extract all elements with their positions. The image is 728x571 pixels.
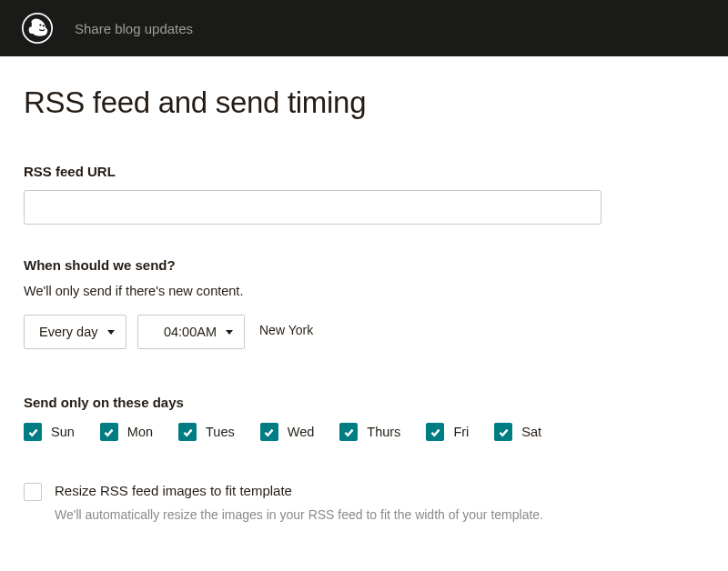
day-item: Sat bbox=[494, 423, 541, 441]
days-row: SunMonTuesWedThursFriSat bbox=[24, 423, 704, 441]
day-item: Wed bbox=[260, 423, 315, 441]
svg-point-1 bbox=[39, 24, 41, 25]
resize-section: Resize RSS feed images to fit template W… bbox=[24, 483, 704, 522]
time-value: 04:00AM bbox=[164, 325, 217, 339]
day-checkbox[interactable] bbox=[24, 423, 42, 441]
day-checkbox[interactable] bbox=[178, 423, 197, 441]
rss-url-label: RSS feed URL bbox=[24, 164, 704, 179]
chevron-down-icon bbox=[226, 330, 233, 335]
schedule-helper: We'll only send if there's new content. bbox=[24, 284, 704, 298]
day-label: Tues bbox=[206, 425, 235, 439]
main-content: RSS feed and send timing RSS feed URL Wh… bbox=[0, 56, 728, 522]
resize-checkbox[interactable] bbox=[24, 483, 42, 501]
time-select[interactable]: 04:00AM bbox=[137, 315, 245, 349]
day-item: Mon bbox=[100, 423, 153, 441]
chevron-down-icon bbox=[107, 330, 115, 335]
schedule-section: When should we send? We'll only send if … bbox=[24, 257, 704, 349]
day-label: Sun bbox=[51, 425, 75, 439]
page-title: RSS feed and send timing bbox=[24, 85, 704, 120]
resize-label: Resize RSS feed images to fit template bbox=[55, 483, 543, 498]
topbar: Share blog updates bbox=[0, 0, 728, 56]
resize-helper: We'll automatically resize the images in… bbox=[55, 507, 543, 522]
day-checkbox[interactable] bbox=[260, 423, 278, 441]
frequency-value: Every day bbox=[39, 325, 97, 339]
day-checkbox[interactable] bbox=[100, 423, 118, 441]
day-checkbox[interactable] bbox=[339, 423, 358, 441]
resize-text: Resize RSS feed images to fit template W… bbox=[55, 483, 543, 522]
day-label: Fri bbox=[453, 425, 469, 439]
schedule-controls: Every day 04:00AM New York bbox=[24, 315, 704, 349]
schedule-label: When should we send? bbox=[24, 257, 704, 273]
day-item: Tues bbox=[178, 423, 235, 441]
day-label: Sat bbox=[521, 425, 541, 439]
topbar-title: Share blog updates bbox=[75, 21, 193, 36]
day-label: Wed bbox=[288, 425, 315, 439]
frequency-select[interactable]: Every day bbox=[24, 315, 126, 349]
day-label: Mon bbox=[127, 425, 153, 439]
day-item: Fri bbox=[426, 423, 469, 441]
mailchimp-logo-icon bbox=[22, 13, 53, 44]
svg-point-2 bbox=[43, 25, 45, 26]
day-item: Thurs bbox=[339, 423, 400, 441]
days-label: Send only on these days bbox=[24, 395, 704, 410]
rss-url-section: RSS feed URL bbox=[24, 164, 704, 225]
day-label: Thurs bbox=[367, 425, 400, 439]
timezone-label: New York bbox=[259, 323, 313, 337]
day-item: Sun bbox=[24, 423, 75, 441]
days-section: Send only on these days SunMonTuesWedThu… bbox=[24, 395, 704, 441]
day-checkbox[interactable] bbox=[426, 423, 444, 441]
rss-url-input[interactable] bbox=[24, 190, 602, 225]
day-checkbox[interactable] bbox=[494, 423, 512, 441]
